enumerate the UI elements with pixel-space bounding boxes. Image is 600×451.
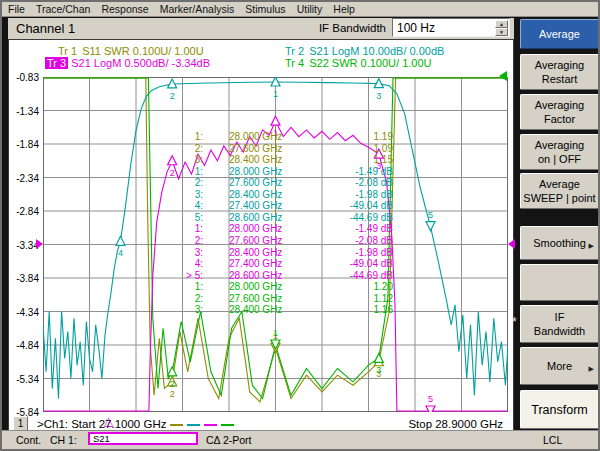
channel-toolbar: Channel 1 IF Bandwidth 100 Hz ▲ ▼ bbox=[8, 18, 514, 39]
softkey-average[interactable]: Average bbox=[520, 19, 599, 49]
if-bandwidth-value: 100 Hz bbox=[397, 21, 435, 35]
marker-val: -49.04 dB bbox=[307, 258, 393, 269]
trace-legend: Tr 2 S21 LogM 10.00dB/ 0.00dB bbox=[283, 45, 444, 57]
softkey-label: Factor bbox=[544, 112, 575, 126]
y-axis-tick-label: -4.84 bbox=[9, 340, 39, 351]
menu-item-stimulus[interactable]: Stimulus bbox=[245, 3, 285, 15]
marker-val: -1.98 dB bbox=[307, 189, 393, 200]
y-axis-tick-label: -1.34 bbox=[9, 106, 39, 117]
marker-readout-row: 1:28.000 GHz-1.49 dB bbox=[9, 166, 513, 178]
marker-readout-row: 3:28.400 GHz-1.98 dB bbox=[9, 189, 513, 201]
marker-2-number-t4: 2 bbox=[170, 379, 175, 389]
submenu-arrow-icon: ▶ bbox=[589, 362, 594, 376]
analyzer-window: FileTrace/ChanResponseMarker/AnalysisSti… bbox=[0, 0, 600, 451]
softkey-label: More bbox=[547, 359, 572, 373]
softkey-label: on | OFF bbox=[538, 152, 581, 166]
marker-3-number-t2: 3 bbox=[376, 91, 381, 101]
softkey-blank[interactable] bbox=[520, 264, 599, 301]
marker-val: -1.49 dB bbox=[307, 223, 393, 234]
marker-val: -1.49 dB bbox=[307, 166, 393, 177]
menu-item-utility[interactable]: Utility bbox=[297, 3, 323, 15]
menu-bar: FileTrace/ChanResponseMarker/AnalysisSti… bbox=[2, 2, 598, 17]
marker-num: 2: bbox=[157, 235, 203, 246]
marker-num: 2: bbox=[157, 293, 203, 304]
marker-readout-row: 1:28.000 GHz1.20 bbox=[9, 281, 513, 293]
spinner-down-icon[interactable]: ▼ bbox=[495, 28, 508, 36]
status-bar: Cont. CH 1: S21 CΔ 2-Port LCL bbox=[2, 430, 598, 449]
softkey-average-sweep-point[interactable]: AverageSWEEP | point bbox=[520, 173, 599, 209]
marker-val: 1.19 bbox=[307, 131, 393, 142]
marker-num: 3: bbox=[157, 189, 203, 200]
marker-num: 1: bbox=[157, 281, 203, 292]
marker-2-number-t1: 2 bbox=[170, 389, 175, 399]
marker-num: 1: bbox=[157, 131, 203, 142]
channel-number-box: 1 bbox=[13, 416, 28, 431]
marker-3-number-t4: 3 bbox=[376, 365, 381, 375]
marker-val: 1.20 bbox=[307, 281, 393, 292]
menu-item-help[interactable]: Help bbox=[333, 3, 355, 15]
softkey-label: SWEEP | point bbox=[523, 191, 595, 205]
marker-readout-row: 2:27.600 GHz1.12 bbox=[9, 293, 513, 305]
trace-id-badge[interactable]: Tr 1 bbox=[56, 45, 79, 57]
channel-title: Channel 1 bbox=[16, 21, 75, 36]
marker-readout-row: 4:27.400 GHz-49.04 dB bbox=[9, 258, 513, 270]
trace-id-badge[interactable]: Tr 3 bbox=[45, 57, 68, 69]
marker-val: 1.09 bbox=[307, 143, 393, 154]
marker-readout-row: 3:28.400 GHz1.15 bbox=[9, 154, 513, 166]
if-bandwidth-label: IF Bandwidth bbox=[319, 22, 386, 34]
softkey-label: Transform bbox=[531, 403, 588, 417]
marker-num: 2: bbox=[157, 143, 203, 154]
marker-3-symbol-t4 bbox=[374, 353, 383, 362]
trace-id-badge[interactable]: Tr 2 bbox=[283, 45, 306, 57]
marker-readout-row: 1:28.000 GHz-1.49 dB bbox=[9, 223, 513, 235]
measurement-selector[interactable]: S21 bbox=[88, 432, 198, 445]
sweep-mode-status: Cont. bbox=[16, 434, 41, 446]
menu-item-file[interactable]: File bbox=[8, 3, 25, 15]
active-trace-dash-icon bbox=[170, 424, 183, 426]
softkey-averaging-factor[interactable]: AveragingFactor bbox=[520, 94, 599, 130]
marker-num: 1: bbox=[157, 166, 203, 177]
marker-num: 2: bbox=[157, 177, 203, 188]
marker-5-number-t3: 5 bbox=[428, 394, 433, 404]
marker-readout-row: > 5:28.600 GHz-44.69 dB bbox=[9, 270, 513, 282]
marker-readout-row: 3:28.400 GHz1.16 bbox=[9, 304, 513, 316]
marker-val: 1.15 bbox=[307, 154, 393, 165]
trace-legend: Tr 3 S21 LogM 0.500dB/ -3.34dB bbox=[45, 57, 210, 69]
active-trace-dash-icon bbox=[204, 424, 217, 426]
softkey-averaging-on-off[interactable]: Averagingon | OFF bbox=[520, 134, 599, 170]
marker-1-number-t2: 1 bbox=[273, 89, 278, 99]
softkey-more[interactable]: More▶ bbox=[520, 347, 599, 385]
trace-id-badge[interactable]: Tr 4 bbox=[283, 57, 306, 69]
marker-val: -1.98 dB bbox=[307, 247, 393, 258]
submenu-arrow-icon: ▶ bbox=[589, 239, 594, 253]
softkey-transform[interactable]: Transform bbox=[520, 390, 599, 429]
marker-readout-row: 5:28.600 GHz-44.69 dB bbox=[9, 212, 513, 224]
marker-num: 3: bbox=[157, 304, 203, 315]
marker-readout-row: 2:27.600 GHz-2.08 dB bbox=[9, 177, 513, 189]
softkey-label: Average bbox=[539, 27, 580, 41]
marker-2-symbol-t4 bbox=[168, 367, 177, 376]
start-frequency-label: >Ch1: Start 27.1000 GHz bbox=[37, 418, 234, 430]
marker-num: 3: bbox=[157, 247, 203, 258]
spinner-up-icon[interactable]: ▲ bbox=[495, 20, 508, 28]
if-bandwidth-input[interactable]: 100 Hz ▲ ▼ bbox=[392, 18, 510, 37]
menu-item-response[interactable]: Response bbox=[101, 3, 148, 15]
marker-val: -44.69 dB bbox=[307, 212, 393, 223]
menu-item-trace-chan[interactable]: Trace/Chan bbox=[36, 3, 90, 15]
softkey-averaging-restart[interactable]: AveragingRestart bbox=[520, 54, 599, 90]
calibration-status: CΔ 2-Port bbox=[206, 434, 252, 446]
softkey-label: Averaging bbox=[535, 138, 584, 152]
marker-val: -49.04 dB bbox=[307, 200, 393, 211]
softkey-if-bandwidth[interactable]: IFBandwidth bbox=[520, 305, 599, 343]
trace-legend-text: S21 LogM 10.00dB/ 0.00dB bbox=[306, 45, 444, 57]
tr3-ref-arrow-right bbox=[508, 239, 515, 249]
marker-num: 4: bbox=[157, 258, 203, 269]
tr3-ref-arrow-left bbox=[36, 239, 43, 249]
marker-val: 1.16 bbox=[307, 304, 393, 315]
marker-2-number-t2: 2 bbox=[170, 91, 175, 101]
trace-legend-text: S21 LogM 0.500dB/ -3.34dB bbox=[68, 57, 210, 69]
marker-val: -2.08 dB bbox=[307, 177, 393, 188]
marker-num: 4: bbox=[157, 200, 203, 211]
softkey-smoothing[interactable]: Smoothing▶ bbox=[520, 226, 599, 260]
menu-item-marker-analysis[interactable]: Marker/Analysis bbox=[160, 3, 235, 15]
